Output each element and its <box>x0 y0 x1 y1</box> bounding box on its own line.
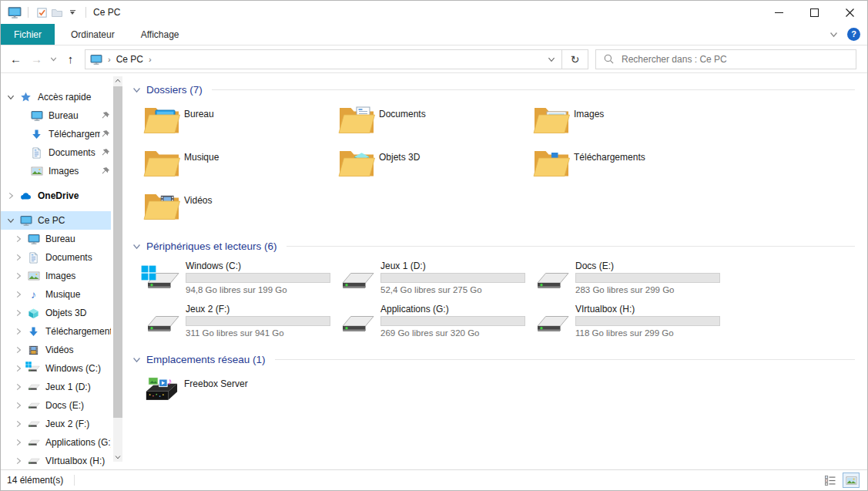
folder-tile-objets-3d[interactable]: Objets 3D <box>338 146 533 190</box>
sidebar-item-documents-pinned[interactable]: Documents <box>1 143 111 162</box>
sidebar-item-label: Applications (G:) <box>45 437 111 448</box>
drive-tile-jeux2-f[interactable]: Jeux 2 (F:) 311 Go libres sur 941 Go <box>143 303 338 346</box>
chevron-collapsed-icon[interactable] <box>14 346 23 354</box>
chevron-expanded-icon[interactable] <box>6 93 15 101</box>
folder-tile-bureau[interactable]: Bureau <box>143 103 338 146</box>
thumbnails-view-button[interactable] <box>843 473 860 488</box>
chevron-collapsed-icon[interactable] <box>14 328 23 335</box>
sidebar-scrollbar[interactable] <box>113 76 122 462</box>
folder-tile-videos[interactable]: Vidéos <box>143 190 338 233</box>
documents-icon <box>27 251 40 264</box>
drive-free-space: 283 Go libres sur 299 Go <box>575 285 720 294</box>
media-server-icon <box>143 373 179 404</box>
chevron-collapsed-icon[interactable] <box>14 402 23 409</box>
chevron-right-icon[interactable]: › <box>106 55 113 64</box>
tab-ordinateur[interactable]: Ordinateur <box>58 24 128 45</box>
group-header-reseau[interactable]: Emplacements réseau (1) <box>132 354 855 365</box>
chevron-collapsed-icon[interactable] <box>14 420 23 428</box>
breadcrumb[interactable]: › Ce PC › <box>85 50 541 69</box>
drive-tile-windows-c[interactable]: Windows (C:) 94,8 Go libres sur 199 Go <box>143 260 338 303</box>
group-header-dossiers[interactable]: Dossiers (7) <box>132 84 855 96</box>
sidebar-item-bureau[interactable]: Bureau <box>1 230 111 248</box>
folder-music-icon: ♪ <box>143 146 180 179</box>
ribbon-collapse-button[interactable] <box>829 30 838 39</box>
sidebar-item-virtualbox-h[interactable]: VIrtualbox (H:) <box>1 452 111 470</box>
maximize-button[interactable] <box>796 1 832 24</box>
properties-quick-button[interactable] <box>34 5 49 20</box>
folder-images-icon <box>533 103 570 136</box>
sidebar-item-bureau-pinned[interactable]: Bureau <box>1 106 111 125</box>
sidebar-item-objets-3d[interactable]: Objets 3D <box>1 304 111 322</box>
app-icon[interactable] <box>7 5 22 20</box>
folder-tile-documents[interactable]: Documents <box>338 103 533 146</box>
sidebar-item-applications-g[interactable]: Applications (G:) <box>1 433 111 452</box>
chevron-expanded-icon[interactable] <box>132 355 141 364</box>
chevron-collapsed-icon[interactable] <box>14 309 23 317</box>
minimize-button[interactable] <box>761 1 796 24</box>
chevron-collapsed-icon[interactable] <box>14 383 23 391</box>
search-box[interactable]: Rechercher dans : Ce PC <box>595 49 856 69</box>
drive-tile-docs-e[interactable]: Docs (E:) 283 Go libres sur 299 Go <box>533 260 728 303</box>
back-button[interactable]: ← <box>5 49 26 69</box>
chevron-collapsed-icon[interactable] <box>14 235 23 243</box>
chevron-collapsed-icon[interactable] <box>14 457 23 465</box>
sidebar-item-videos[interactable]: Vidéos <box>1 341 111 359</box>
sidebar-item-onedrive[interactable]: OneDrive <box>1 187 111 205</box>
sidebar-item-quick-access[interactable]: Accès rapide <box>1 88 111 106</box>
sidebar-item-telechargements-pinned[interactable]: Téléchargements <box>1 125 111 143</box>
breadcrumb-this-pc[interactable]: Ce PC <box>116 54 143 65</box>
sidebar-item-label: VIrtualbox (H:) <box>45 456 111 466</box>
help-button[interactable]: ? <box>847 28 860 41</box>
sidebar-item-images-pinned[interactable]: Images <box>1 162 111 180</box>
pin-icon <box>101 148 111 157</box>
sidebar-item-this-pc[interactable]: Ce PC <box>1 211 111 230</box>
drive-tile-applications-g[interactable]: Applications (G:) 269 Go libres sur 320 … <box>338 303 533 346</box>
drive-tile-jeux1-d[interactable]: Jeux 1 (D:) 52,4 Go libres sur 275 Go <box>338 260 533 303</box>
separator <box>28 7 28 18</box>
new-folder-quick-button[interactable] <box>49 5 65 20</box>
sidebar-item-jeux2-f[interactable]: Jeux 2 (F:) <box>1 415 111 433</box>
forward-button[interactable]: → <box>26 49 47 69</box>
scroll-down-icon[interactable] <box>113 452 122 462</box>
folder-tile-telechargements[interactable]: Téléchargements <box>533 146 728 190</box>
chevron-expanded-icon[interactable] <box>132 242 141 251</box>
downloads-icon <box>27 325 40 338</box>
drive-name: Windows (C:) <box>186 261 330 273</box>
sidebar-item-docs-e[interactable]: Docs (E:) <box>1 396 111 415</box>
view-thumbnails-icon <box>846 475 857 486</box>
scrollbar-thumb[interactable] <box>113 86 122 418</box>
up-button[interactable]: ↑ <box>60 49 81 69</box>
drive-free-space: 94,8 Go libres sur 199 Go <box>186 285 330 294</box>
address-bar[interactable]: › Ce PC › ↻ <box>85 49 588 69</box>
sidebar-item-musique[interactable]: ♪ Musique <box>1 285 111 304</box>
chevron-collapsed-icon[interactable] <box>14 272 23 280</box>
chevron-collapsed-icon[interactable] <box>14 291 23 298</box>
close-button[interactable] <box>832 1 867 24</box>
chevron-collapsed-icon[interactable] <box>14 439 23 446</box>
refresh-button[interactable]: ↻ <box>561 50 588 69</box>
chevron-collapsed-icon[interactable] <box>14 254 23 261</box>
sidebar-item-telechargements[interactable]: Téléchargements <box>1 322 111 341</box>
tab-fichier[interactable]: Fichier <box>1 24 55 45</box>
group-header-peripheriques[interactable]: Périphériques et lecteurs (6) <box>132 240 855 252</box>
drive-tile-virtualbox-h[interactable]: VIrtualbox (H:) 118 Go libres sur 299 Go <box>533 303 728 346</box>
history-dropdown-button[interactable] <box>47 49 60 69</box>
folder-tile-musique[interactable]: ♪ Musique <box>143 146 338 190</box>
sidebar-item-jeux1-d[interactable]: Jeux 1 (D:) <box>1 378 111 396</box>
sidebar-item-windows-c[interactable]: Windows (C:) <box>1 359 111 378</box>
sidebar-item-images[interactable]: Images <box>1 267 111 285</box>
folder-tile-images[interactable]: Images <box>533 103 728 146</box>
details-view-button[interactable] <box>822 473 839 488</box>
customize-quick-access-toolbar-button[interactable] <box>65 5 80 20</box>
chevron-collapsed-icon[interactable] <box>14 365 23 372</box>
network-tile-freebox-server[interactable]: Freebox Server <box>143 373 855 413</box>
chevron-collapsed-icon[interactable] <box>6 192 15 200</box>
address-dropdown-button[interactable] <box>541 50 561 69</box>
chevron-right-icon[interactable]: › <box>146 55 154 64</box>
scroll-up-icon[interactable] <box>113 76 122 86</box>
chevron-expanded-icon[interactable] <box>132 86 141 94</box>
sidebar-item-documents[interactable]: Documents <box>1 248 111 267</box>
chevron-expanded-icon[interactable] <box>6 217 15 224</box>
drive-icon <box>533 268 570 293</box>
tab-affichage[interactable]: Affichage <box>128 24 193 45</box>
